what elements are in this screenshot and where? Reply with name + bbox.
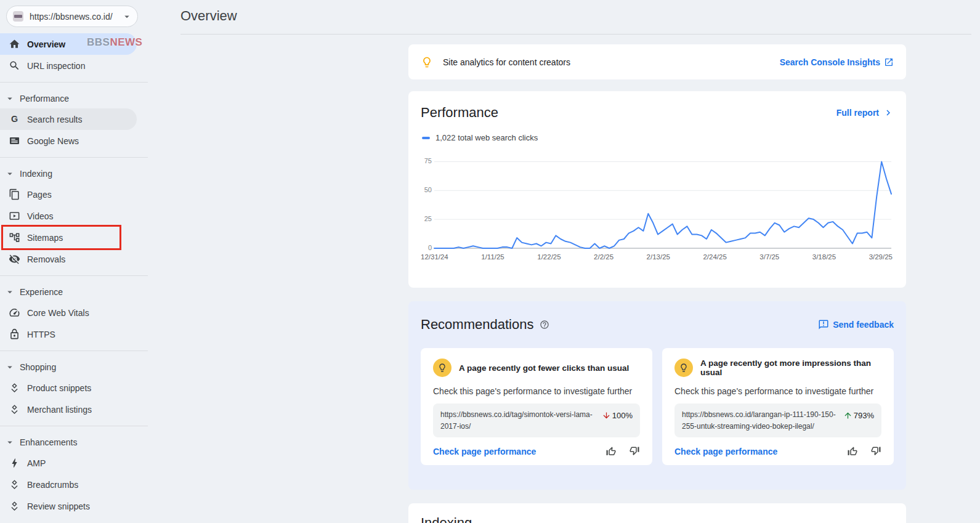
y-axis-label: 50: [424, 186, 432, 193]
full-report-link[interactable]: Full report: [836, 107, 894, 118]
insights-link-label: Search Console Insights: [780, 57, 880, 67]
sidebar-item-removals[interactable]: Removals: [0, 248, 137, 270]
send-feedback-label: Send feedback: [833, 320, 894, 330]
sidebar-item-sitemaps[interactable]: Sitemaps: [0, 227, 137, 248]
sidebar-nav: OverviewURL inspectionPerformanceGSearch…: [0, 33, 148, 517]
sidebar-section-label: Enhancements: [20, 437, 77, 447]
arrow-down-icon: [602, 411, 611, 420]
sidebar-item-label: Core Web Vitals: [27, 308, 89, 318]
amp-icon: [9, 457, 20, 469]
feedback-thumbs: [847, 446, 881, 457]
caret-down-icon: [4, 93, 15, 104]
recommendation-body: Check this page's performance to investi…: [433, 386, 640, 396]
x-axis-label: 3/7/25: [759, 253, 779, 261]
lightbulb-icon: [674, 359, 693, 377]
x-axis-label: 12/31/24: [421, 253, 448, 261]
sidebar-item-amp[interactable]: AMP: [0, 452, 137, 474]
page-url: https://bbsnews.co.id/larangan-ip-111-19…: [682, 409, 837, 432]
sidebar-item-url-inspection[interactable]: URL inspection: [0, 55, 137, 76]
y-axis-label: 25: [424, 215, 432, 222]
sidebar-section-label: Indexing: [20, 169, 52, 179]
videos-icon: [9, 210, 20, 222]
thumb-up-icon[interactable]: [847, 446, 858, 457]
page-url-box: https://bbsnews.co.id/larangan-ip-111-19…: [674, 403, 881, 437]
arrow-up-icon: [843, 411, 852, 420]
help-icon[interactable]: [540, 320, 549, 330]
sidebar-item-search-results[interactable]: GSearch results: [0, 108, 137, 130]
home-icon: [9, 38, 20, 50]
performance-chart: 0255075 12/31/241/11/251/22/252/2/252/13…: [421, 156, 894, 270]
sidebar-section-label: Shopping: [20, 362, 56, 372]
caret-down-icon: [4, 437, 15, 448]
change-badge: 793%: [843, 411, 874, 420]
page-url: https://bbsnews.co.id/tag/simontok-versi…: [440, 409, 596, 432]
sidebar-item-label: Pages: [27, 190, 52, 200]
property-selector[interactable]: https://bbsnews.co.id/: [6, 6, 138, 27]
sidebar-section-label: Performance: [20, 94, 69, 103]
y-axis-label: 0: [428, 244, 432, 251]
recommendations-card: Recommendations Send feedback A page rec…: [408, 301, 906, 490]
x-axis-label: 2/13/25: [647, 253, 670, 261]
y-axis-label: 75: [424, 157, 432, 164]
send-feedback-link[interactable]: Send feedback: [818, 319, 894, 330]
thumb-down-icon[interactable]: [629, 446, 640, 457]
https-lock-icon: [9, 328, 20, 340]
sidebar-item-core-web-vitals[interactable]: Core Web Vitals: [0, 302, 137, 323]
sidebar-item-merchant-listings[interactable]: Merchant listings: [0, 399, 137, 420]
sidebar-section-performance[interactable]: Performance: [0, 88, 148, 108]
lightbulb-icon: [433, 359, 452, 377]
sidebar-divider: [0, 82, 148, 83]
recommendation-footer: Check page performance: [433, 446, 640, 457]
snippet-icon: [9, 479, 20, 490]
caret-down-icon: [4, 286, 15, 298]
sitemaps-icon: [9, 232, 20, 243]
sidebar-item-google-news[interactable]: Google News: [0, 130, 137, 152]
check-page-performance-link[interactable]: Check page performance: [674, 447, 777, 456]
insights-text: Site analytics for content creators: [443, 57, 570, 67]
recommendation-body: Check this page's performance to investi…: [674, 386, 881, 396]
sidebar-item-product-snippets[interactable]: Product snippets: [0, 377, 137, 399]
svg-text:G: G: [11, 114, 18, 124]
legend-label: 1,022 total web search clicks: [435, 133, 538, 142]
search-console-insights-link[interactable]: Search Console Insights: [780, 57, 894, 67]
sidebar-divider: [0, 351, 148, 351]
sidebar-item-label: Breadcrumbs: [27, 480, 78, 490]
sidebar-item-breadcrumbs[interactable]: Breadcrumbs: [0, 474, 137, 495]
change-percent: 793%: [854, 411, 874, 420]
sidebar-section-enhancements[interactable]: Enhancements: [0, 432, 148, 452]
sidebar-divider: [0, 426, 148, 426]
sidebar-item-videos[interactable]: Videos: [0, 205, 137, 227]
caret-down-icon: [4, 362, 15, 373]
sidebar-item-label: URL inspection: [27, 61, 85, 71]
performance-title: Performance: [421, 105, 498, 121]
recommendation-title: A page recently got more impressions tha…: [700, 359, 881, 377]
sidebar-section-indexing[interactable]: Indexing: [0, 163, 148, 184]
check-page-performance-link[interactable]: Check page performance: [433, 447, 536, 456]
change-percent: 100%: [612, 411, 633, 420]
sidebar-item-label: HTTPS: [27, 330, 55, 339]
snippet-icon: [9, 500, 20, 512]
sidebar-section-label: Experience: [20, 287, 63, 297]
sidebar-item-pages[interactable]: Pages: [0, 184, 137, 205]
sidebar-item-label: AMP: [27, 458, 46, 468]
thumb-down-icon[interactable]: [870, 446, 881, 457]
sidebar-item-https[interactable]: HTTPS: [0, 323, 137, 345]
sidebar-divider: [0, 275, 148, 276]
header-divider: [180, 34, 971, 34]
recommendation-card: A page recently got fewer clicks than us…: [421, 348, 652, 465]
legend-swatch: [422, 137, 430, 139]
sidebar-item-review-snippets[interactable]: Review snippets: [0, 495, 137, 517]
sidebar-item-overview[interactable]: Overview: [0, 33, 137, 55]
recommendations-title: Recommendations: [421, 317, 533, 333]
recommendation-card: A page recently got more impressions tha…: [662, 348, 894, 465]
dropdown-caret-icon: [121, 11, 132, 22]
sidebar-item-label: Review snippets: [27, 501, 90, 511]
change-badge: 100%: [602, 411, 633, 420]
sidebar-item-label: Sitemaps: [27, 233, 63, 243]
open-in-new-icon: [884, 57, 894, 67]
removals-icon: [9, 253, 20, 265]
sidebar-section-experience[interactable]: Experience: [0, 282, 148, 302]
google-news-icon: [9, 135, 20, 147]
sidebar-section-shopping[interactable]: Shopping: [0, 357, 148, 377]
thumb-up-icon[interactable]: [605, 446, 617, 457]
